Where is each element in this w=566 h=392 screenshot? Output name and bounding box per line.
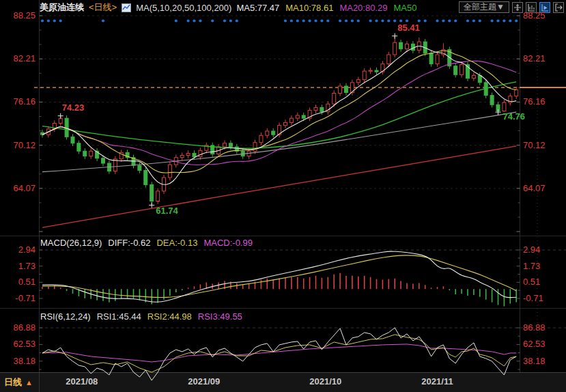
axis-tick-label: 2.94	[0, 244, 36, 255]
candle-body	[77, 143, 81, 152]
candlestick-chart-canvas[interactable]: 74.2361.7485.4174.76	[0, 0, 566, 392]
crosshair-icon[interactable]	[512, 2, 523, 13]
axis-tick-label: 86.88	[523, 322, 546, 333]
signal-dot	[187, 19, 190, 22]
axis-tick-label: -0.71	[523, 293, 543, 303]
tab-daily-period[interactable]: 日线 ▲	[4, 376, 33, 389]
signal-dot	[320, 19, 323, 22]
candle-body	[399, 42, 403, 48]
candle-body	[138, 165, 141, 170]
signal-dot	[496, 19, 499, 22]
signal-dot	[351, 19, 354, 22]
axis-tick-label: 62.53	[0, 339, 36, 349]
candle-body	[284, 122, 287, 125]
candle-body	[393, 42, 397, 55]
candle-body	[472, 75, 475, 78]
macd-dea-line	[42, 255, 516, 298]
candle-body	[193, 153, 196, 156]
signal-dot	[399, 19, 402, 22]
signal-dot	[454, 19, 457, 22]
candle-body	[229, 143, 232, 147]
candle-body	[363, 71, 366, 80]
axis-tick-label: 88.25	[523, 10, 546, 20]
signal-dot	[296, 19, 299, 22]
axis-tick-label: 1.73	[0, 261, 36, 271]
candle-body	[429, 53, 433, 64]
trading-app-window: 74.2361.7485.4174.76 美原油连续 <日线> MA(5,10,…	[0, 0, 566, 392]
candle-body	[102, 158, 105, 163]
candle-body	[436, 55, 439, 64]
ma-value: MA20:80.29	[339, 3, 387, 13]
candle-body	[332, 94, 336, 104]
chevron-down-icon: ▼	[496, 2, 505, 12]
axis-tick-label: 70.12	[0, 140, 36, 150]
signal-dot	[472, 19, 475, 22]
extreme-price-label: 85.41	[397, 23, 420, 33]
signal-dot	[503, 19, 505, 22]
x-axis-date-label: 2021/08	[66, 376, 98, 387]
candle-body	[186, 153, 190, 155]
axis-tick-label: 2.94	[523, 244, 540, 255]
axis-tick-label: 0.51	[0, 277, 36, 287]
candle-body	[259, 135, 263, 142]
rsi3-line	[42, 344, 516, 362]
candle-body	[156, 191, 160, 201]
candle-body	[150, 184, 154, 201]
candle-body	[356, 80, 360, 83]
theme-dropdown[interactable]: 全部主题▼	[459, 1, 509, 13]
candle-body	[406, 44, 409, 48]
signal-dot	[102, 19, 104, 22]
axis-tick-label: 70.12	[523, 140, 546, 150]
signal-dot	[466, 19, 469, 22]
signal-dot	[59, 19, 62, 22]
candle-body	[83, 151, 87, 156]
x-axis-date-label: 2021/10	[309, 376, 341, 387]
signal-dot	[515, 19, 518, 22]
macd-panel-header[interactable]: MACD(26,12,9) DIFF:-0.62 DEA:-0.13 MACD:…	[40, 238, 253, 248]
signal-dot	[509, 19, 511, 22]
signal-dot	[393, 19, 396, 22]
signal-dot	[424, 19, 427, 22]
rsi1-line	[42, 328, 516, 380]
signal-dot	[314, 19, 317, 22]
signal-dot	[211, 19, 214, 22]
candle-body	[168, 165, 171, 178]
ma10-line	[42, 51, 516, 173]
axis-tick-label: 64.07	[0, 183, 36, 193]
ma-value: MA5:77.47	[236, 3, 279, 13]
ma50-line	[42, 82, 516, 148]
candle-body	[302, 115, 305, 118]
period-tag[interactable]: <日线>	[89, 1, 117, 14]
candle-body	[411, 44, 414, 50]
chart-exit-icon[interactable]	[553, 2, 564, 13]
macd-diff-value: DIFF:-0.62	[108, 238, 150, 248]
candle-body	[71, 137, 74, 143]
signal-dot	[436, 19, 438, 22]
signal-dot	[345, 19, 348, 22]
axis-tick-label: 82.21	[0, 53, 36, 64]
x-axis-date-label: 2021/09	[188, 376, 220, 387]
axis-tick-label: 0.51	[523, 277, 540, 287]
rsi1-value: RSI1:45.44	[97, 311, 141, 322]
signal-dot	[448, 19, 451, 22]
ma200-line	[42, 146, 516, 227]
ma-current-values: MA5:77.47MA10:78.61MA20:80.29MA50	[236, 3, 416, 13]
signal-dot	[387, 19, 390, 22]
axis-tick-label: 86.88	[0, 322, 36, 333]
rsi-panel-header[interactable]: RSI(6,12,24) RSI1:45.44 RSI2:44.98 RSI3:…	[40, 311, 242, 322]
signal-dot	[406, 19, 408, 22]
extreme-price-label: 74.76	[503, 111, 526, 122]
axis-tick-label: -0.71	[0, 293, 36, 303]
symbol-name[interactable]: 美原油连续	[40, 1, 84, 14]
axis-tick-label: 38.18	[523, 356, 546, 366]
candle-body	[369, 70, 372, 71]
axis-tick-label: 88.25	[0, 10, 36, 20]
axis-tick-label: 1.73	[523, 261, 540, 271]
macd-title: MACD(26,12,9)	[40, 238, 102, 248]
toolbar: 全部主题▼	[459, 1, 564, 13]
mini-chart-icon[interactable]	[122, 3, 131, 12]
axis-tick-label: 76.16	[0, 96, 36, 107]
signal-dot	[175, 19, 178, 22]
candle-body	[223, 143, 227, 147]
x-axis-date-label: 2021/11	[421, 376, 453, 387]
